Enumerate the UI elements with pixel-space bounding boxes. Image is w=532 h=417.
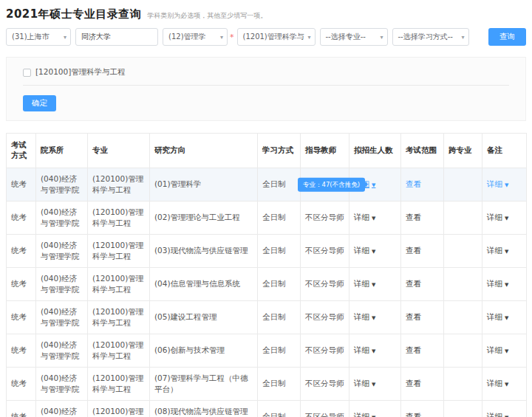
major-cell: (120100)管理科学与工程 xyxy=(92,307,143,327)
remarks-detail-label: 详细 xyxy=(487,412,502,417)
chevron-down-icon: ▾ xyxy=(307,34,310,41)
column-header-exam-scope: 考试范围 xyxy=(401,134,444,168)
major-cell: (120100)管理科学与工程 xyxy=(92,207,143,227)
table-row: 统考 (040)经济与管理学院 (120100)管理科学与工程 (08)现代物流… xyxy=(7,401,527,417)
enrollment-detail-link[interactable]: 详细▼ xyxy=(354,345,375,354)
exam-type-cell: 统考 xyxy=(11,379,27,387)
remarks-detail-link[interactable]: 详细▼ xyxy=(487,213,508,221)
table-body: 统考 (040)经济与管理学院 (120100)管理科学与工程 (01)管理科学… xyxy=(7,168,527,417)
enrollment-detail-label: 详细 xyxy=(354,412,369,417)
study-mode-cell: 全日制 xyxy=(262,312,286,321)
advisor-cell: 不区分导师 xyxy=(305,379,344,387)
table-row: 统考 (040)经济与管理学院 (120100)管理科学与工程 (01)管理科学… xyxy=(7,168,527,201)
table-row: 统考 (040)经济与管理学院 (120100)管理科学与工程 (03)现代物流… xyxy=(7,235,527,268)
page-title: 2021年硕士专业目录查询 xyxy=(6,7,141,21)
table-row: 统考 (040)经济与管理学院 (120100)管理科学与工程 (05)建设工程… xyxy=(7,301,527,334)
province-select[interactable]: (31)上海市 ▾ xyxy=(6,28,71,46)
column-header-cross-major: 跨专业 xyxy=(444,134,482,168)
caret-down-icon: ▼ xyxy=(372,182,375,188)
remarks-detail-label: 详细 xyxy=(487,213,502,221)
exam-scope-view-link[interactable]: 查看 xyxy=(406,312,421,321)
department-cell: (040)经济与管理学院 xyxy=(41,307,80,327)
caret-down-icon: ▼ xyxy=(505,348,508,354)
confirm-button[interactable]: 确定 xyxy=(23,95,56,111)
remarks-detail-label: 详细 xyxy=(487,312,502,321)
caret-down-icon: ▼ xyxy=(505,182,508,188)
enrollment-detail-link[interactable]: 详细▼ xyxy=(354,279,375,288)
checkbox-icon[interactable] xyxy=(23,69,31,77)
major-select[interactable]: --选择专业-- ▾ xyxy=(320,28,388,46)
cross-major-cell xyxy=(444,334,482,368)
remarks-detail-link[interactable]: 详细▼ xyxy=(487,179,508,188)
department-cell: (040)经济与管理学院 xyxy=(41,274,80,294)
discipline-select[interactable]: (1201)管理科学与 ▾ xyxy=(237,28,316,46)
major-checkbox-row[interactable]: [120100]管理科学与工程 xyxy=(23,64,509,85)
exam-scope-view-link[interactable]: 查看 xyxy=(406,379,421,387)
research-direction-cell: (02)管理理论与工业工程 xyxy=(154,213,240,221)
enrollment-detail-link[interactable]: 详细▼ xyxy=(354,312,375,321)
cross-major-cell xyxy=(444,168,482,201)
research-direction-cell: (03)现代物流与供应链管理 xyxy=(154,246,248,255)
department-cell: (040)经济与管理学院 xyxy=(41,340,80,360)
province-select-value: (31)上海市 xyxy=(12,32,50,42)
remarks-detail-link[interactable]: 详细▼ xyxy=(487,246,508,255)
enrollment-detail-label: 详细 xyxy=(354,213,369,221)
enrollment-detail-link[interactable]: 详细▼ xyxy=(354,213,375,221)
advisor-cell: 不区分导师 xyxy=(305,246,344,255)
chevron-down-icon: ▾ xyxy=(64,34,66,41)
table-row: 统考 (040)经济与管理学院 (120100)管理科学与工程 (07)管理科学… xyxy=(7,368,527,401)
remarks-detail-label: 详细 xyxy=(487,246,502,255)
remarks-detail-link[interactable]: 详细▼ xyxy=(487,279,508,288)
enrollment-detail-link[interactable]: 详细▼ xyxy=(354,412,375,417)
chevron-down-icon: ▾ xyxy=(380,34,383,41)
enrollment-detail-link[interactable]: 详细▼ xyxy=(354,246,375,255)
department-cell: (040)经济与管理学院 xyxy=(41,207,80,227)
department-cell: (040)经济与管理学院 xyxy=(41,174,80,194)
remarks-detail-link[interactable]: 详细▼ xyxy=(487,312,508,321)
enrollment-detail-label: 详细 xyxy=(354,279,369,288)
study-mode-select[interactable]: --选择学习方式-- ▾ xyxy=(392,28,469,46)
caret-down-icon: ▼ xyxy=(372,382,375,387)
exam-scope-view-link[interactable]: 查看 xyxy=(406,345,421,354)
major-cell: (120100)管理科学与工程 xyxy=(92,274,143,294)
caret-down-icon: ▼ xyxy=(372,216,375,221)
advisor-cell: 不区分导师 xyxy=(305,213,344,221)
remarks-detail-link[interactable]: 详细▼ xyxy=(487,345,508,354)
remarks-detail-link[interactable]: 详细▼ xyxy=(487,379,508,387)
cross-major-cell xyxy=(444,368,482,401)
exam-scope-view-link[interactable]: 查看 xyxy=(406,412,421,417)
enrollment-tooltip: 专业：47(不含推免) xyxy=(298,178,365,192)
caret-down-icon: ▼ xyxy=(505,216,508,221)
research-direction-cell: (05)建设工程管理 xyxy=(154,312,217,321)
cross-major-cell xyxy=(444,301,482,334)
exam-scope-view-link[interactable]: 查看 xyxy=(406,213,421,221)
page-header: 2021年硕士专业目录查询 学科类别为必选项，其他至少填写一项。 xyxy=(6,6,526,21)
chevron-down-icon: ▾ xyxy=(220,34,223,41)
exam-scope-view-link[interactable]: 查看 xyxy=(406,279,421,288)
department-cell: (040)经济与管理学院 xyxy=(41,373,80,393)
enrollment-detail-link[interactable]: 详细▼ xyxy=(354,379,375,387)
column-header-exam-type: 考试方式 xyxy=(7,134,36,168)
panel-divider xyxy=(23,85,509,86)
caret-down-icon: ▼ xyxy=(372,348,375,354)
study-mode-cell: 全日制 xyxy=(262,246,286,255)
university-input[interactable] xyxy=(75,28,158,46)
discipline-category-value: (12)管理学 xyxy=(168,32,206,42)
exam-scope-view-link[interactable]: 查看 xyxy=(406,246,421,255)
research-direction-cell: (04)信息管理与信息系统 xyxy=(154,279,240,288)
column-header-enrollment: 拟招生人数 xyxy=(349,134,401,168)
remarks-detail-link[interactable]: 详细▼ xyxy=(487,412,508,417)
column-header-department: 院系所 xyxy=(36,134,88,168)
caret-down-icon: ▼ xyxy=(505,249,508,255)
search-button[interactable]: 查询 xyxy=(488,28,526,46)
column-header-study-mode: 学习方式 xyxy=(258,134,301,168)
column-header-remarks: 备注 xyxy=(482,134,527,168)
discipline-category-select[interactable]: (12)管理学 ▾ xyxy=(163,28,228,46)
advisor-cell: 不区分导师 xyxy=(305,345,344,354)
discipline-select-value: (1201)管理科学与 xyxy=(243,32,304,42)
study-mode-cell: 全日制 xyxy=(262,412,286,417)
caret-down-icon: ▼ xyxy=(372,315,375,321)
exam-scope-view-link[interactable]: 查看 xyxy=(406,179,421,188)
exam-type-cell: 统考 xyxy=(11,246,27,255)
exam-type-cell: 统考 xyxy=(11,312,27,321)
